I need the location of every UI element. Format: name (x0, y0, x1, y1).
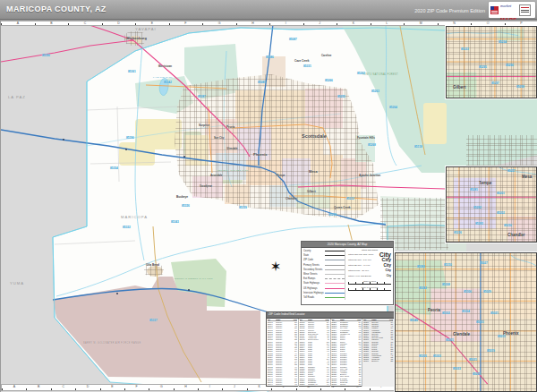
main-map: YAVAPAILA PAZYUMAMARICOPATONTO NATIONAL … (0, 20, 537, 392)
inset-street-texture (396, 253, 536, 391)
logo-word-top: market (500, 4, 511, 8)
grid-letter: E (151, 21, 153, 25)
zip-index-column: ZIPNameGrid85351Sun CityC485353TollesonC… (362, 319, 394, 387)
legend-swatch-ramp (325, 278, 345, 279)
grid-letter: J (319, 21, 320, 25)
legend-swatch-statehwy (325, 283, 345, 284)
wickenburg-texture (124, 31, 146, 46)
grid-letter: E (111, 385, 113, 388)
zip-index-table: ZIP Code Index/Grid Locator ZIPNameGrid8… (266, 311, 395, 387)
legend-row: Toll Roads (303, 295, 345, 300)
inset-map-gilbert: 852338523485295852968529785298Gilbert (446, 26, 537, 98)
grid-letter: B (38, 385, 39, 388)
grid-letter: H (251, 21, 254, 25)
east-valley-texture (466, 135, 537, 167)
grid-letter: G (218, 21, 221, 25)
grid-letter: H (184, 385, 187, 388)
logo-info-box (519, 4, 531, 16)
grid-letter: K (353, 21, 354, 25)
marketmaps-logo: market MAPS (489, 2, 535, 18)
map-title: MARICOPA COUNTY, AZ (6, 4, 107, 13)
grid-letter: B (50, 21, 52, 25)
city-class-row: Cities 4,999 and BelowCity (348, 273, 391, 278)
legend-title: 2020 Maricopa County, AZ Map (302, 242, 393, 248)
grid-letter: M (420, 21, 422, 25)
grid-letter: I (286, 21, 286, 25)
flag-icon (490, 6, 499, 14)
grid-letter: F (184, 21, 186, 25)
zip-index-column: ZIPNameGrid85053PhoenixE485054PhoenixG38… (299, 319, 331, 387)
grid-letter: J (234, 385, 235, 388)
inset-map-tempe-mesa-chandler: 8525785281852828528385201852028521085226… (446, 166, 537, 243)
grid-letter: K (258, 385, 260, 388)
grid-letter: P (520, 21, 522, 25)
scale-bar: Scale in Miles (348, 280, 391, 285)
zip-index-row: 85340Litchfield PkC5 (332, 385, 362, 386)
inset-street-texture (447, 167, 536, 242)
grid-letter: A (17, 21, 19, 25)
legend-swatch-toll (325, 297, 345, 298)
legend-swatch-ushwy (325, 288, 345, 289)
wall-map-poster: MARICOPA COUNTY, AZ 2020 ZIP Code Premiu… (0, 0, 537, 392)
grid-letter: L (386, 21, 388, 25)
legend-swatch-interstate (325, 293, 345, 294)
zip-index-column: ZIPNameGrid85259ScottsdaleG485260Scottsd… (331, 319, 363, 387)
legend-swatch-primary (325, 265, 345, 266)
grid-letter: I (209, 385, 210, 388)
zip-index-row: 85254ScottsdaleF4 (300, 385, 329, 386)
grid-letter: A (13, 385, 15, 388)
zip-index-row: 85396BuckeyeB5 (363, 360, 393, 362)
grid-letter: O (487, 21, 490, 25)
legend-swatch-minor (325, 274, 345, 275)
zip-index-row: 85045PhoenixE8 (268, 385, 297, 386)
grid-letter: N (453, 21, 456, 25)
gila-bend-texture (144, 264, 164, 277)
legend-swatch-secondary (325, 269, 345, 270)
inset-map-peoria-glendale-phoenix: 8538385310850278530885382853068530485302… (395, 252, 537, 392)
grid-letter: F (136, 385, 138, 388)
legend-swatch-zip (325, 260, 345, 260)
grid-letter: C (62, 385, 64, 388)
legend-swatch-county (325, 251, 345, 251)
edition-label: 2020 ZIP Code Premium Edition (414, 8, 485, 13)
grid-letter: C (84, 21, 87, 25)
zip-index-column: ZIPNameGrid85003PhoenixE685004PhoenixE68… (267, 319, 299, 387)
legend-city-classes: Cities and TownsCities 150,000 and Above… (345, 249, 391, 300)
grid-letter: D (117, 21, 120, 25)
scale-bar: Scale in Kilometers (348, 286, 391, 291)
legend-swatch-state (325, 255, 345, 256)
compass-rose-icon: ✶ (268, 259, 284, 275)
inset-street-texture (447, 27, 536, 98)
legend-symbol-list: CountyStateZIP CodePrimary StreetsSecond… (303, 249, 345, 300)
grid-letter: D (87, 385, 90, 388)
grid-letter: G (160, 385, 163, 388)
map-legend: 2020 Maricopa County, AZ Map CountyState… (301, 241, 394, 305)
title-bar: MARICOPA COUNTY, AZ 2020 ZIP Code Premiu… (0, 0, 537, 20)
